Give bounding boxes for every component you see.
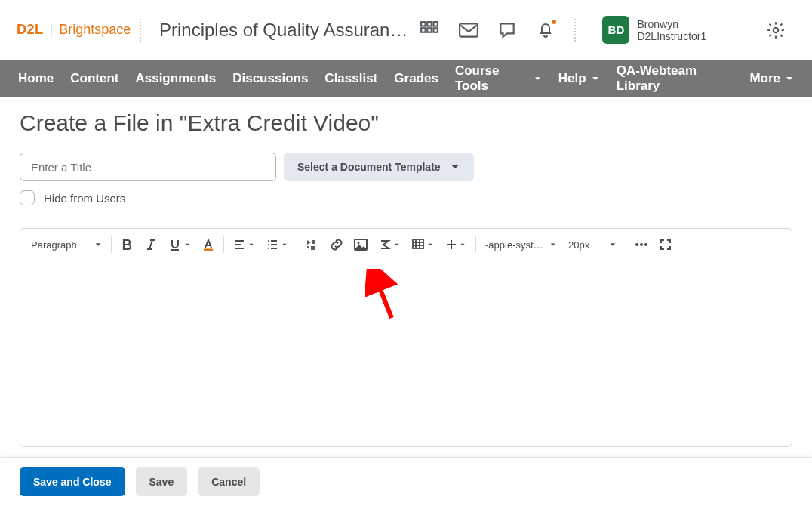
svg-rect-6 xyxy=(460,23,478,36)
nav-assignments[interactable]: Assignments xyxy=(135,71,216,86)
svg-point-22 xyxy=(358,242,360,245)
logo-d2l-text: D2L xyxy=(17,22,44,38)
header-separator-icon xyxy=(574,19,585,42)
bell-icon[interactable] xyxy=(535,20,555,41)
course-navbar: Home Content Assignments Discussions Cla… xyxy=(0,60,812,97)
font-family-select[interactable]: -apple-syste… xyxy=(479,233,562,256)
svg-point-30 xyxy=(635,243,638,246)
link-button[interactable] xyxy=(324,233,349,256)
more-actions-button[interactable] xyxy=(629,233,654,256)
svg-line-10 xyxy=(149,240,152,249)
svg-point-7 xyxy=(774,27,779,32)
svg-rect-4 xyxy=(428,28,432,32)
nav-library[interactable]: QA-Webteam Library xyxy=(617,63,734,94)
nav-discussions[interactable]: Discussions xyxy=(232,71,308,86)
mail-icon[interactable] xyxy=(458,20,478,41)
chevron-down-icon xyxy=(184,242,190,248)
chevron-down-icon xyxy=(94,241,102,248)
page-body: Create a File in "Extra Credit Video" Se… xyxy=(0,97,812,447)
italic-button[interactable] xyxy=(139,233,163,256)
hide-from-users-checkbox[interactable] xyxy=(20,190,35,205)
title-input[interactable] xyxy=(20,153,276,181)
chevron-down-icon xyxy=(450,162,460,172)
chevron-down-icon xyxy=(460,242,466,248)
list-button[interactable] xyxy=(260,233,294,256)
editor-toolbar: Paragraph xyxy=(20,229,792,261)
nav-home[interactable]: Home xyxy=(18,71,54,86)
page-title: Create a File in "Extra Credit Video" xyxy=(20,110,792,136)
nav-more[interactable]: More xyxy=(749,71,794,86)
logo-brightspace-text: Brightspace xyxy=(59,22,131,38)
editor-content-area[interactable] xyxy=(20,261,792,443)
nav-help[interactable]: Help xyxy=(558,71,600,86)
nav-course-tools[interactable]: Course Tools xyxy=(455,63,542,94)
image-button[interactable] xyxy=(349,233,373,256)
chevron-down-icon xyxy=(549,241,556,248)
chevron-down-icon xyxy=(609,241,617,248)
gear-icon[interactable] xyxy=(766,20,786,41)
hide-from-users-label: Hide from Users xyxy=(44,192,125,205)
svg-rect-3 xyxy=(421,28,425,32)
text-color-button[interactable] xyxy=(196,233,220,256)
svg-point-16 xyxy=(268,244,269,245)
svg-rect-5 xyxy=(434,28,438,32)
svg-point-32 xyxy=(644,243,647,246)
svg-rect-23 xyxy=(413,239,423,248)
toolbar-separator xyxy=(475,236,476,253)
chevron-down-icon xyxy=(394,242,400,248)
chevron-down-icon xyxy=(248,242,254,248)
svg-point-31 xyxy=(640,243,643,246)
svg-rect-0 xyxy=(421,22,425,26)
apps-grid-icon[interactable] xyxy=(420,20,440,41)
equation-button[interactable] xyxy=(373,233,406,256)
format-select[interactable]: Paragraph xyxy=(25,233,108,256)
rich-text-editor: Paragraph xyxy=(20,228,792,447)
toolbar-separator xyxy=(626,236,626,253)
username-label[interactable]: Bronwyn D2LInstructor1 xyxy=(637,18,747,42)
logo-divider: | xyxy=(50,22,54,38)
nav-content[interactable]: Content xyxy=(70,71,118,86)
svg-rect-2 xyxy=(434,22,438,26)
font-size-select[interactable]: 20px xyxy=(562,233,623,256)
insert-more-button[interactable] xyxy=(439,233,472,256)
align-button[interactable] xyxy=(227,233,260,256)
nav-classlist[interactable]: Classlist xyxy=(324,71,377,86)
insert-stuff-button[interactable] xyxy=(300,233,324,256)
select-template-label: Select a Document Template xyxy=(297,161,441,173)
underline-button[interactable] xyxy=(163,233,196,256)
select-template-button[interactable]: Select a Document Template xyxy=(284,153,474,181)
course-title[interactable]: Principles of Quality Assuranc… xyxy=(159,20,411,41)
chevron-down-icon xyxy=(427,242,433,248)
svg-point-17 xyxy=(268,248,269,249)
chat-icon[interactable] xyxy=(497,20,517,41)
table-button[interactable] xyxy=(406,233,439,256)
svg-rect-1 xyxy=(428,22,432,26)
notification-dot-icon xyxy=(550,18,558,26)
global-header: D2L | Brightspace Principles of Quality … xyxy=(0,0,812,60)
nav-grades[interactable]: Grades xyxy=(394,71,438,86)
toolbar-separator xyxy=(297,236,297,253)
header-separator-icon xyxy=(140,19,150,42)
bold-button[interactable] xyxy=(115,233,139,256)
avatar[interactable]: BD xyxy=(602,16,629,44)
svg-point-15 xyxy=(268,240,269,242)
fullscreen-button[interactable] xyxy=(654,233,678,256)
toolbar-separator xyxy=(111,236,112,253)
chevron-down-icon xyxy=(281,242,288,248)
toolbar-separator xyxy=(223,236,224,253)
